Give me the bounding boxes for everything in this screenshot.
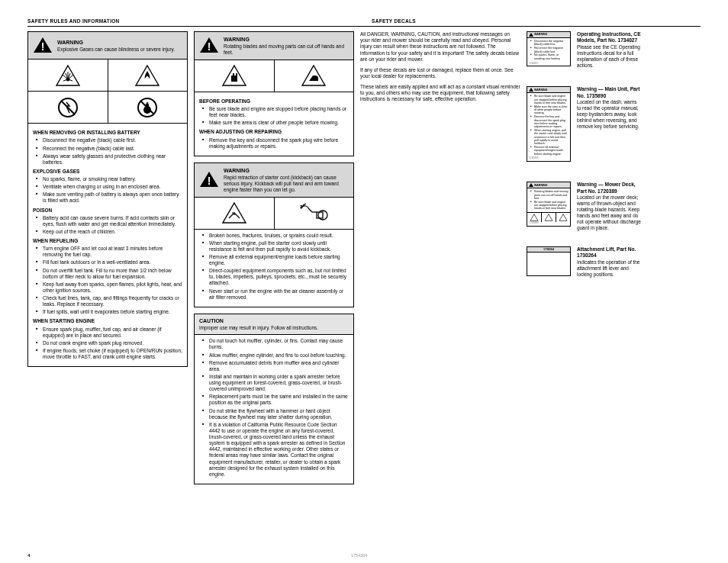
explosion-icon <box>28 60 108 92</box>
fire-icon <box>108 60 188 92</box>
label-name: Warning — Main Unit, Part No. 1735890 <box>577 86 640 98</box>
warning-box-rotating: ! WARNING Rotating blades and moving par… <box>194 31 354 156</box>
column-a: ! WARNING Explosive Gases can cause blin… <box>27 31 188 484</box>
footer-code: 1754264 <box>351 553 367 558</box>
decal-thumb-1: WARNING Disconnect the negative (black) … <box>527 31 571 66</box>
kickback-list: Broken bones, fractures, bruises, or spr… <box>199 233 349 301</box>
svg-rect-25 <box>317 212 323 218</box>
adjust-head: WHEN ADJUSTING OR REPAIRING <box>199 129 349 135</box>
column-c: All DANGER, WARNING, CAUTION, and instru… <box>360 31 520 484</box>
decals-lead3: These labels are easily applied and will… <box>360 84 520 102</box>
header-left: SAFETY RULES AND INFORMATION <box>27 18 356 24</box>
explosion-list: No sparks, flame, or smoking near batter… <box>33 176 182 204</box>
caution-sub: Improper use may result in injury. Follo… <box>199 325 318 330</box>
decal-thumb-2: WARNING Be sure blade and engine are sto… <box>527 86 571 162</box>
adjust-list: Remove the key and disconnect the spark … <box>199 137 349 150</box>
label-row: 1730264 Attachment Lift, Part No. 173026… <box>527 246 641 288</box>
svg-text:!: ! <box>208 175 211 187</box>
storage-head: WHEN REMOVING OR INSTALLING BATTERY <box>33 130 182 136</box>
column-d: WARNING Disconnect the negative (black) … <box>527 31 641 484</box>
caution-list: Do not touch hot muffler, cylinder, or f… <box>199 338 349 478</box>
label-desc: Indicates the operation of the attachmen… <box>577 259 639 277</box>
warning-title: WARNING <box>224 37 250 42</box>
decals-lead2: If any of these decals are lost or damag… <box>360 67 520 79</box>
page-number: 4 <box>27 553 30 559</box>
alert-icon: ! <box>33 37 53 55</box>
svg-marker-26 <box>529 33 533 37</box>
caution-box: CAUTION Improper use may result in injur… <box>194 314 354 484</box>
no-flame-icon <box>108 92 188 124</box>
storage-list: Disconnect the negative (black) cable fi… <box>33 137 182 166</box>
decal-thumb-3: WARNING Rotating blades and moving parts… <box>527 182 571 227</box>
svg-text:!: ! <box>208 40 211 53</box>
label-row: WARNING Rotating blades and moving parts… <box>527 182 641 239</box>
warning-sub: Rotating blades and moving parts can cut… <box>224 43 344 55</box>
svg-marker-28 <box>529 183 533 187</box>
header-right: SAFETY DECALS <box>356 18 701 24</box>
label-desc: Please see the CE Operating Instructions… <box>577 44 640 68</box>
no-spark-icon <box>28 92 108 124</box>
before-head: BEFORE OPERATING <box>199 98 349 105</box>
svg-marker-29 <box>530 214 538 221</box>
foot-cut-icon <box>275 60 354 92</box>
svg-marker-30 <box>545 214 552 221</box>
svg-marker-27 <box>529 88 533 92</box>
label-desc: Located on the mower deck; warns of thro… <box>577 195 641 230</box>
warning-sub: Rapid retraction of starter cord (kickba… <box>224 175 339 192</box>
hand-cut-icon <box>195 60 275 92</box>
poison-list: Battery acid can cause severe burns. If … <box>33 215 182 235</box>
caution-title: CAUTION <box>199 318 224 323</box>
kickback-tri-icon <box>195 198 275 230</box>
starting-list: Ensure spark plug, muffler, fuel cap, an… <box>33 327 182 361</box>
label-desc: Located on the dash; warns to read the o… <box>577 99 639 129</box>
warning-title: WARNING Explosive Gases can cause blindn… <box>57 40 175 53</box>
refuel-list: Turn engine OFF and let cool at least 3 … <box>33 246 182 315</box>
poison-head: POISON <box>33 208 182 214</box>
svg-text:!: ! <box>41 40 45 53</box>
alert-icon: ! <box>199 171 219 189</box>
warning-box-fuel: ! WARNING Explosive Gases can cause blin… <box>27 31 188 367</box>
warning-title: WARNING <box>224 168 250 173</box>
explosion-head: EXPLOSIVE GASES <box>33 169 182 175</box>
label-name: Operating Instructions, CE Models, Part … <box>577 31 641 43</box>
svg-marker-31 <box>559 214 567 221</box>
column-b: ! WARNING Rotating blades and moving par… <box>194 31 354 484</box>
starting-head: WHEN STARTING ENGINE <box>33 318 182 324</box>
page-header: SAFETY RULES AND INFORMATION SAFETY DECA… <box>27 18 701 27</box>
refuel-head: WHEN REFUELING <box>33 238 182 244</box>
before-list: Be sure blade and engine are stopped bef… <box>199 106 349 126</box>
svg-line-13 <box>61 101 75 114</box>
label-name: Warning — Mower Deck, Part No. 1720389 <box>577 182 636 193</box>
warning-box-kickback: ! WARNING Rapid retraction of starter co… <box>194 162 354 307</box>
decals-lead: All DANGER, WARNING, CAUTION, and instru… <box>360 31 520 63</box>
label-name: Attachment Lift, Part No. 1730264 <box>577 246 636 258</box>
label-row: WARNING Be sure blade and engine are sto… <box>527 86 641 174</box>
label-row: WARNING Disconnect the negative (black) … <box>527 31 641 79</box>
decal-thumb-4: 1730264 <box>527 246 571 276</box>
alert-icon: ! <box>199 37 219 55</box>
engine-pull-icon <box>275 198 354 230</box>
